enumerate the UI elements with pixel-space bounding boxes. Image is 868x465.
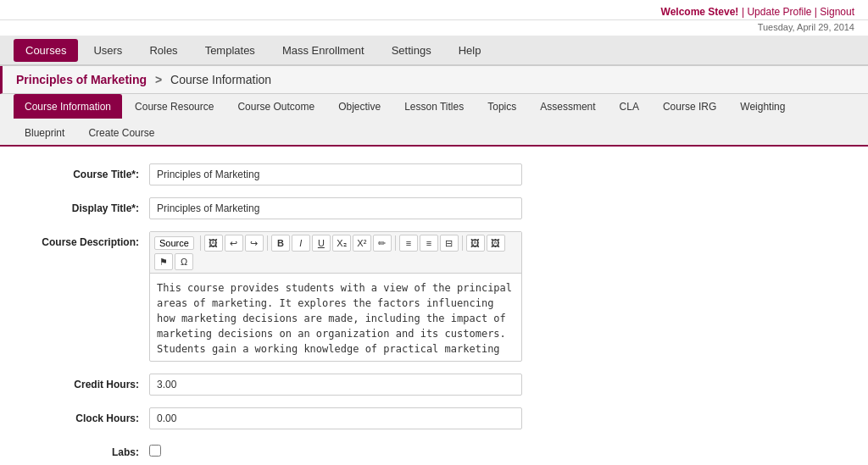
tab-assessment[interactable]: Assessment <box>529 94 606 119</box>
nav-mass-enrollment[interactable]: Mass Enrollment <box>270 39 376 62</box>
breadcrumb-course-link[interactable]: Principles of Marketing <box>16 73 147 86</box>
welcome-message: Welcome Steve! <box>661 6 739 18</box>
rte-img2-btn[interactable]: 🖼 <box>466 235 485 252</box>
top-bar: Welcome Steve! | Update Profile | Signou… <box>0 0 868 20</box>
rte-superscript-btn[interactable]: X² <box>353 235 371 252</box>
rte-sep-3 <box>395 235 396 251</box>
labs-label: Labs: <box>14 441 149 458</box>
rte-image-btn[interactable]: 🖼 <box>204 235 223 252</box>
course-title-label: Course Title*: <box>14 163 149 180</box>
tab-objective[interactable]: Objective <box>327 94 392 119</box>
display-title-row: Display Title*: <box>14 197 843 219</box>
tab-blueprint[interactable]: Blueprint <box>14 120 75 145</box>
rte-img3-btn[interactable]: 🖼 <box>487 235 505 252</box>
credit-hours-input[interactable] <box>149 374 522 396</box>
clock-hours-input[interactable] <box>149 407 522 429</box>
rte-sep-1 <box>200 235 201 251</box>
clock-hours-label: Clock Hours: <box>14 407 149 424</box>
credit-hours-label: Credit Hours: <box>14 374 149 390</box>
clock-hours-control <box>149 407 522 429</box>
course-description-control: Source 🖼 ↩ ↪ B I U X₂ X² ✏ ≡ ≡ ⊟ <box>149 231 522 362</box>
labs-control <box>149 441 522 459</box>
tab-bar: Course Information Course Resource Cours… <box>0 94 868 147</box>
display-title-label: Display Title*: <box>14 197 149 214</box>
breadcrumb: Principles of Marketing > Course Informa… <box>0 66 868 94</box>
course-description-label: Course Description: <box>14 231 149 248</box>
nav-courses[interactable]: Courses <box>14 39 78 62</box>
tab-cla[interactable]: CLA <box>609 94 650 119</box>
rte-sep-4 <box>462 235 463 251</box>
course-title-row: Course Title*: <box>14 163 843 185</box>
course-description-row: Course Description: Source 🖼 ↩ ↪ B I U X… <box>14 231 843 362</box>
tab-create-course[interactable]: Create Course <box>77 120 165 145</box>
rte-list-ol-btn[interactable]: ≡ <box>399 235 418 252</box>
rte-pen-btn[interactable]: ✏ <box>373 235 392 252</box>
course-description-textarea[interactable]: This course provides students with a vie… <box>150 274 521 358</box>
rte-subscript-btn[interactable]: X₂ <box>332 235 351 252</box>
signout-link[interactable]: Signout <box>820 6 854 18</box>
tab-course-irg[interactable]: Course IRG <box>652 94 727 119</box>
rte-wrapper: Source 🖼 ↩ ↪ B I U X₂ X² ✏ ≡ ≡ ⊟ <box>149 231 522 362</box>
rte-blockquote-btn[interactable]: ⊟ <box>440 235 459 252</box>
labs-row: Labs: <box>14 441 843 459</box>
tab-lesson-titles[interactable]: Lesson Titles <box>393 94 475 119</box>
rte-italic-btn[interactable]: I <box>292 235 310 252</box>
labs-checkbox[interactable] <box>149 445 161 457</box>
update-profile-link[interactable]: Update Profile <box>747 6 811 18</box>
rte-bold-btn[interactable]: B <box>271 235 290 252</box>
rte-underline-btn[interactable]: U <box>312 235 331 252</box>
nav-templates[interactable]: Templates <box>193 39 267 62</box>
nav-users[interactable]: Users <box>81 39 134 62</box>
rte-omega-btn[interactable]: Ω <box>175 253 193 270</box>
nav-settings[interactable]: Settings <box>380 39 443 62</box>
tab-course-information[interactable]: Course Information <box>14 94 122 119</box>
tab-course-outcome[interactable]: Course Outcome <box>226 94 326 119</box>
nav-roles[interactable]: Roles <box>137 39 189 62</box>
rte-toolbar: Source 🖼 ↩ ↪ B I U X₂ X² ✏ ≡ ≡ ⊟ <box>150 232 521 274</box>
credit-hours-row: Credit Hours: <box>14 374 843 396</box>
display-title-control <box>149 197 522 219</box>
rte-list-ul-btn[interactable]: ≡ <box>420 235 438 252</box>
tab-course-resource[interactable]: Course Resource <box>124 94 225 119</box>
credit-hours-control <box>149 374 522 396</box>
tab-topics[interactable]: Topics <box>476 94 527 119</box>
display-title-input[interactable] <box>149 197 522 219</box>
main-content: Course Title*: Display Title*: Course De… <box>0 147 868 465</box>
course-title-control <box>149 163 522 185</box>
nav-help[interactable]: Help <box>447 39 493 62</box>
rte-redo-btn[interactable]: ↪ <box>245 235 264 252</box>
rte-flag-btn[interactable]: ⚑ <box>154 253 173 270</box>
rte-sep-2 <box>267 235 268 251</box>
breadcrumb-current: Course Information <box>170 73 271 86</box>
rte-source-btn[interactable]: Source <box>154 236 194 250</box>
tab-weighting[interactable]: Weighting <box>729 94 796 119</box>
course-title-input[interactable] <box>149 163 522 185</box>
breadcrumb-separator: > <box>155 73 162 86</box>
rte-undo-btn[interactable]: ↩ <box>225 235 243 252</box>
date-display: Tuesday, April 29, 2014 <box>0 20 868 36</box>
top-links: | Update Profile | Signout <box>742 6 854 18</box>
clock-hours-row: Clock Hours: <box>14 407 843 429</box>
nav-bar: Courses Users Roles Templates Mass Enrol… <box>0 36 868 66</box>
